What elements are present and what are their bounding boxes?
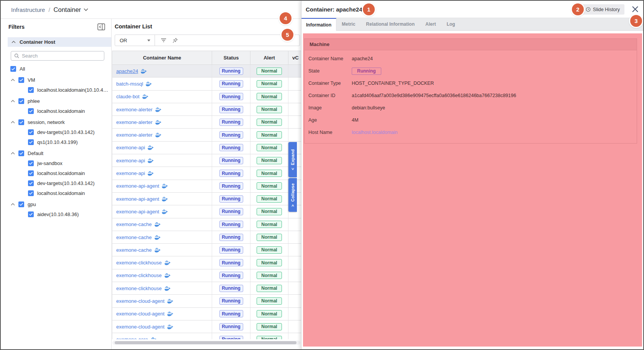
table-row[interactable]: exemone-cache Running Normal — [112, 244, 301, 256]
collapse-tab[interactable]: > Collapse — [288, 178, 297, 212]
table-row[interactable]: exemone-api-agent Running Normal — [112, 193, 301, 205]
pin-icon[interactable] — [172, 38, 178, 43]
table-row[interactable]: exemone-clickhouse Running Normal — [112, 256, 301, 269]
filter-tree-group[interactable]: VM — [8, 75, 111, 85]
table-row[interactable]: exemone-clickhouse Running Normal — [112, 269, 301, 282]
checkbox-checked[interactable] — [28, 108, 34, 114]
breadcrumb-section[interactable]: Infrastructure — [11, 7, 45, 13]
expand-tab[interactable]: < Expand — [288, 142, 297, 177]
container-name-link[interactable]: exemone-clickhouse — [116, 286, 162, 291]
checkbox-checked[interactable] — [18, 98, 24, 104]
table-row[interactable]: exemone-cache Running Normal — [112, 231, 301, 244]
checkbox-checked[interactable] — [28, 87, 34, 93]
panel-tab-log[interactable]: Log — [441, 18, 460, 30]
filter-tree-group[interactable]: Default — [8, 148, 111, 158]
container-name-link[interactable]: exemone-alerter — [116, 107, 153, 112]
checkbox-checked[interactable] — [10, 66, 16, 72]
table-row[interactable]: apache24 Running Normal — [112, 65, 301, 78]
table-row[interactable]: exemone-alerter Running Normal — [112, 129, 301, 141]
chevron-up-icon[interactable] — [11, 152, 15, 155]
checkbox-checked[interactable] — [28, 170, 34, 176]
panel-tab-relational-information[interactable]: Relational Information — [361, 18, 420, 30]
container-name-link[interactable]: apache24 — [116, 68, 138, 74]
filter-tree-leaf[interactable]: dev-targets(10.10.43.142) — [8, 178, 111, 188]
chevron-up-icon[interactable] — [11, 100, 15, 102]
breadcrumb-page-selector[interactable]: Container — [54, 6, 81, 13]
container-name-link[interactable]: exemone-cloud-agent — [116, 298, 165, 304]
table-row[interactable]: batch-mssql Running Normal — [112, 78, 301, 90]
container-name-link[interactable]: exemone-api-agent — [116, 196, 159, 202]
table-row[interactable]: exemone-cloud-agent Running Normal — [112, 308, 301, 320]
filter-tree-leaf[interactable]: qs1(10.10.43.199) — [8, 137, 111, 147]
search-input[interactable] — [22, 53, 101, 59]
checkbox-checked[interactable] — [28, 129, 34, 135]
container-name-link[interactable]: exemone-api — [116, 145, 145, 150]
panel-tab-metric[interactable]: Metric — [336, 18, 361, 30]
container-name-link[interactable]: exemone-cloud-agent — [116, 311, 165, 317]
scrollbar-thumb[interactable] — [115, 341, 296, 344]
filter-tree-leaf[interactable]: localhost.localdomain — [8, 106, 111, 116]
checkbox-checked[interactable] — [28, 139, 34, 145]
container-name-link[interactable]: exemone-clickhouse — [116, 272, 162, 278]
container-name-link[interactable]: exemone-api-agent — [116, 209, 159, 215]
table-row[interactable]: exemone-cache Running Normal — [112, 218, 301, 231]
chevron-up-icon[interactable] — [11, 79, 15, 81]
table-row[interactable]: claude-bot Running Normal — [112, 91, 301, 103]
container-name-link[interactable]: exemone-alerter — [116, 132, 153, 138]
table-row[interactable]: exemone-api Running Normal — [112, 167, 301, 180]
checkbox-checked[interactable] — [18, 150, 24, 156]
table-row[interactable]: exemone-alerter Running Normal — [112, 103, 301, 116]
table-row[interactable]: exemone-api Running Normal — [112, 154, 301, 167]
container-name-link[interactable]: exemone-api — [116, 170, 145, 176]
table-row[interactable]: exemone-cloud-agent Running Normal — [112, 295, 301, 307]
filter-icon[interactable] — [161, 38, 166, 43]
column-header-vcore[interactable]: vC — [288, 51, 301, 64]
panel-tab-alert[interactable]: Alert — [420, 18, 441, 30]
filter-tree-leaf[interactable]: jw-sandbox — [8, 158, 111, 168]
close-icon[interactable] — [632, 6, 639, 13]
panel-tab-information[interactable]: Information — [301, 18, 336, 31]
filter-tree-leaf[interactable]: localhost.localdomain — [8, 168, 111, 178]
hostname-link[interactable]: localhost.localdomain — [352, 130, 398, 135]
table-row[interactable]: exemone-alerter Running Normal — [112, 116, 301, 129]
container-name-link[interactable]: exemone-api-agent — [116, 183, 159, 189]
filter-tree-all[interactable]: All — [8, 64, 111, 74]
container-name-link[interactable]: exemone-cache — [116, 247, 152, 253]
filter-tree-group[interactable]: phlee — [8, 96, 111, 106]
checkbox-checked[interactable] — [28, 211, 34, 217]
filter-tree-group[interactable]: session, network — [8, 117, 111, 127]
table-row[interactable]: exemone-core Running Normal — [112, 333, 301, 339]
filter-tree-leaf[interactable]: localhost.localdomain — [8, 188, 111, 198]
table-row[interactable]: exemone-cloud-agent Running Normal — [112, 320, 301, 333]
table-row[interactable]: exemone-clickhouse Running Normal — [112, 282, 301, 295]
table-row[interactable]: exemone-api Running Normal — [112, 142, 301, 154]
chevron-up-icon[interactable] — [11, 121, 15, 124]
filter-group-container-host[interactable]: Container Host — [8, 37, 111, 47]
container-name-link[interactable]: exemone-alerter — [116, 119, 153, 125]
collapse-panel-icon[interactable] — [97, 23, 105, 30]
checkbox-checked[interactable] — [18, 77, 24, 83]
container-name-link[interactable]: batch-mssql — [116, 81, 143, 87]
table-row[interactable]: exemone-api-agent Running Normal — [112, 180, 301, 193]
checkbox-checked[interactable] — [18, 201, 24, 207]
container-name-link[interactable]: claude-bot — [116, 94, 140, 99]
table-row[interactable]: exemone-api-agent Running Normal — [112, 205, 301, 218]
container-name-link[interactable]: exemone-cache — [116, 234, 152, 240]
container-name-link[interactable]: exemone-api — [116, 158, 145, 163]
chevron-down-icon[interactable] — [84, 8, 88, 11]
checkbox-checked[interactable] — [28, 190, 34, 196]
chevron-up-icon[interactable] — [11, 203, 15, 206]
horizontal-scrollbar[interactable] — [112, 341, 300, 345]
container-name-link[interactable]: exemone-clickhouse — [116, 260, 162, 266]
filter-operator-select[interactable]: OR — [115, 35, 155, 46]
checkbox-checked[interactable] — [28, 180, 34, 186]
filter-tree-group[interactable]: gpu — [8, 199, 111, 209]
filter-tree-leaf[interactable]: localhost.localdomain(10.10.4… — [8, 85, 111, 95]
column-header-container-name[interactable]: Container Name — [112, 51, 212, 64]
filter-tree-leaf[interactable]: aidev(10.10.48.36) — [8, 209, 111, 219]
filter-tree-leaf[interactable]: dev-targets(10.10.43.142) — [8, 127, 111, 137]
slide-history-button[interactable]: Slide History — [581, 4, 624, 15]
column-header-status[interactable]: Status — [212, 51, 250, 64]
container-name-link[interactable]: exemone-cloud-agent — [116, 324, 165, 330]
container-name-link[interactable]: exemone-cache — [116, 221, 152, 227]
